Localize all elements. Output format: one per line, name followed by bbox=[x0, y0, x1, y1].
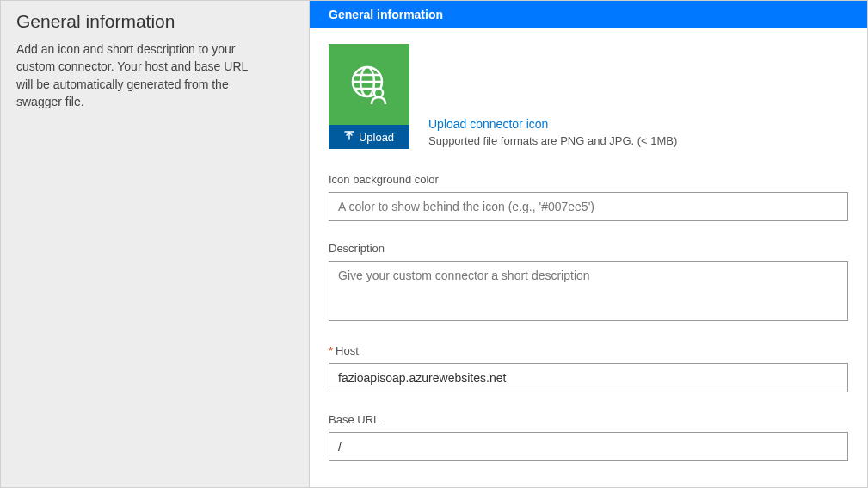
host-input[interactable] bbox=[329, 363, 848, 392]
upload-icon-link[interactable]: Upload connector icon bbox=[428, 117, 677, 131]
field-host: *Host bbox=[329, 344, 848, 392]
sidebar-title: General information bbox=[16, 11, 293, 32]
sidebar-description: Add an icon and short description to you… bbox=[16, 40, 249, 110]
required-indicator: * bbox=[329, 344, 333, 357]
main-panel: General information bbox=[310, 1, 867, 487]
connector-icon-tile bbox=[329, 44, 409, 125]
host-label-text: Host bbox=[336, 344, 359, 357]
section-header-title: General information bbox=[329, 8, 443, 22]
base-url-input[interactable] bbox=[329, 432, 848, 461]
section-header: General information bbox=[310, 1, 867, 28]
base-url-label: Base URL bbox=[329, 413, 848, 426]
upload-icon bbox=[344, 131, 354, 144]
upload-button-label: Upload bbox=[359, 131, 394, 144]
description-input[interactable] bbox=[329, 261, 848, 321]
content-area: Upload Upload connector icon Supported f… bbox=[310, 28, 867, 488]
icon-upload-row: Upload Upload connector icon Supported f… bbox=[329, 44, 848, 149]
svg-point-5 bbox=[374, 89, 383, 97]
description-label: Description bbox=[329, 242, 848, 255]
icon-column: Upload bbox=[329, 44, 409, 149]
host-label: *Host bbox=[329, 344, 848, 357]
icon-info: Upload connector icon Supported file for… bbox=[428, 117, 677, 149]
page-container: General information Add an icon and shor… bbox=[1, 1, 867, 487]
field-base-url: Base URL bbox=[329, 413, 848, 461]
field-description: Description bbox=[329, 242, 848, 324]
icon-bg-color-label: Icon background color bbox=[329, 173, 848, 186]
sidebar: General information Add an icon and shor… bbox=[1, 1, 310, 487]
field-icon-bg-color: Icon background color bbox=[329, 173, 848, 221]
icon-bg-color-input[interactable] bbox=[329, 192, 848, 221]
globe-person-icon bbox=[347, 61, 391, 108]
supported-formats-text: Supported file formats are PNG and JPG. … bbox=[428, 134, 677, 147]
upload-button[interactable]: Upload bbox=[329, 125, 409, 149]
